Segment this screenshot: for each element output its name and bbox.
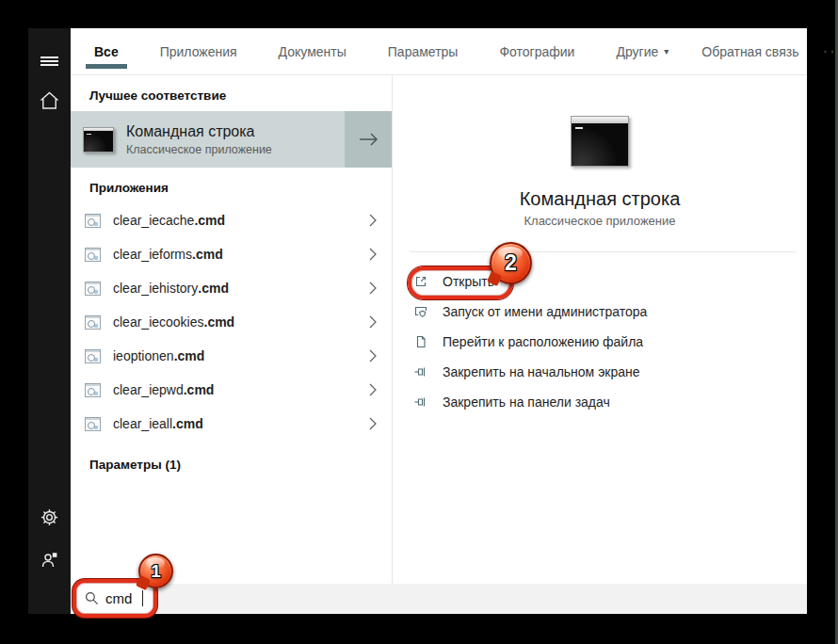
pin-start-icon	[413, 364, 428, 379]
left-rail	[28, 28, 71, 614]
chevron-right-icon[interactable]	[369, 248, 377, 261]
app-name-base: clear_ieall	[113, 416, 172, 431]
text-caret	[142, 590, 143, 606]
tab-documents[interactable]: Документы	[270, 28, 355, 74]
tab-apps-label: Приложения	[160, 44, 237, 59]
search-strip	[113, 584, 807, 614]
admin-shield-icon	[413, 304, 428, 319]
list-item-clear-iecookies[interactable]: clear_iecookies.cmd	[71, 305, 392, 339]
tab-settings[interactable]: Параметры	[379, 28, 467, 74]
app-name-base: clear_ieforms	[113, 247, 192, 262]
best-match-main[interactable]: Командная строка Классическое приложение	[71, 111, 345, 168]
list-item-ieoptionen[interactable]: ieoptionen.cmd	[71, 339, 392, 373]
action-run-as-admin[interactable]: Запуск от имени администратора	[393, 297, 807, 327]
batch-file-icon	[85, 282, 101, 296]
tab-photos[interactable]: Фотографии	[491, 28, 583, 74]
annotation-step1-badge: 1	[138, 554, 173, 588]
action-pin-to-start[interactable]: Закрепить на начальном экране	[393, 357, 807, 387]
detail-app-subtitle: Классическое приложение	[393, 214, 807, 228]
annotation-step2-number: 2	[505, 250, 517, 276]
expand-results-button[interactable]	[345, 111, 392, 168]
action-open-file-location[interactable]: Перейти к расположению файла	[393, 327, 807, 357]
chevron-right-icon[interactable]	[369, 349, 377, 362]
best-match-title: Командная строка	[126, 123, 272, 140]
chevron-right-icon[interactable]	[369, 315, 377, 329]
batch-file-icon	[85, 248, 101, 262]
arrow-right-icon	[358, 132, 379, 147]
results-panel: Лучшее соответствие Командная строка Кла…	[71, 75, 393, 584]
list-item-clear-iepwd[interactable]: clear_iepwd.cmd	[71, 373, 392, 407]
hamburger-menu-button[interactable]	[28, 45, 71, 77]
list-item-clear-iehistory[interactable]: clear_iehistory.cmd	[71, 271, 392, 305]
list-item-clear-ieforms[interactable]: clear_ieforms.cmd	[71, 237, 392, 271]
app-name: clear_iehistory.cmd	[113, 281, 229, 296]
batch-file-icon	[85, 417, 101, 431]
app-name-ext: .cmd	[184, 382, 215, 397]
people-icon	[40, 551, 59, 570]
chevron-down-icon: ▾	[664, 46, 669, 56]
app-name-base: clear_iecache	[113, 213, 194, 228]
apps-section-title: Приложения	[71, 168, 392, 203]
chevron-right-icon[interactable]	[369, 282, 377, 295]
batch-file-icon	[85, 349, 101, 363]
filter-tabs-bar: Все Приложения Документы Параметры Фотог…	[71, 28, 807, 75]
app-name: clear_ieforms.cmd	[113, 247, 223, 262]
results-area: Лучшее соответствие Командная строка Кла…	[71, 75, 807, 584]
cmd-icon	[83, 127, 114, 153]
app-name-ext: .cmd	[198, 281, 229, 296]
batch-file-icon	[85, 315, 101, 330]
best-match-subtitle: Классическое приложение	[126, 143, 272, 156]
tab-documents-label: Документы	[279, 44, 346, 59]
chevron-right-icon[interactable]	[369, 383, 377, 396]
tab-more-filters[interactable]: Другие ▾	[607, 28, 677, 74]
search-input[interactable]	[105, 590, 141, 606]
home-button[interactable]	[28, 85, 71, 117]
feedback-link[interactable]: Обратная связь	[701, 44, 798, 59]
action-pin-to-taskbar-label: Закрепить на панели задач	[443, 394, 610, 410]
action-run-as-admin-label: Запуск от имени администратора	[443, 304, 647, 319]
app-name: clear_iecookies.cmd	[113, 314, 234, 330]
app-name-base: ieoptionen	[113, 348, 174, 363]
tab-apps[interactable]: Приложения	[152, 28, 246, 74]
best-match-row[interactable]: Командная строка Классическое приложение	[71, 111, 392, 168]
search-content: Все Приложения Документы Параметры Фотог…	[71, 28, 807, 614]
action-open-file-location-label: Перейти к расположению файла	[443, 334, 643, 349]
app-name-ext: .cmd	[174, 348, 205, 363]
app-name-base: clear_iecookies	[113, 314, 204, 330]
file-location-icon	[413, 334, 428, 349]
tab-all[interactable]: Все	[86, 28, 127, 74]
best-match-section-title: Лучшее соответствие	[71, 75, 392, 111]
gear-icon	[40, 508, 58, 526]
pin-taskbar-icon	[413, 394, 428, 410]
tab-photos-label: Фотографии	[499, 44, 574, 59]
app-name-base: clear_iepwd	[113, 382, 184, 397]
account-button[interactable]	[28, 544, 71, 576]
chevron-right-icon[interactable]	[369, 214, 377, 227]
batch-file-icon	[85, 383, 101, 397]
action-pin-to-start-label: Закрепить на начальном экране	[443, 364, 640, 379]
action-pin-to-taskbar[interactable]: Закрепить на панели задач	[393, 387, 807, 417]
app-name: ieoptionen.cmd	[113, 348, 204, 363]
app-name-ext: .cmd	[204, 314, 235, 330]
desktop-background: Все Приложения Документы Параметры Фотог…	[0, 0, 838, 644]
annotation-step1-number: 1	[151, 561, 161, 582]
app-name-ext: .cmd	[192, 247, 223, 262]
cmd-icon-large	[571, 116, 629, 167]
divider	[410, 251, 796, 252]
batch-file-icon	[85, 214, 101, 228]
chevron-right-icon[interactable]	[369, 417, 377, 430]
settings-section-title: Параметры (1)	[71, 441, 392, 480]
hamburger-menu-icon	[40, 55, 58, 68]
list-item-clear-iecache[interactable]: clear_iecache.cmd	[71, 203, 392, 237]
list-item-clear-ieall[interactable]: clear_ieall.cmd	[71, 407, 392, 441]
more-options-button[interactable]: ···	[823, 44, 838, 59]
detail-app-title: Командная строка	[393, 188, 807, 210]
annotation-step2-badge: 2	[490, 242, 532, 284]
app-name: clear_iepwd.cmd	[113, 382, 214, 397]
home-icon	[40, 91, 59, 110]
tab-all-label: Все	[94, 44, 119, 59]
settings-button[interactable]	[28, 501, 71, 533]
search-icon	[85, 591, 99, 605]
app-name: clear_ieall.cmd	[113, 416, 203, 431]
windows-search-flyout: Все Приложения Документы Параметры Фотог…	[28, 28, 807, 614]
